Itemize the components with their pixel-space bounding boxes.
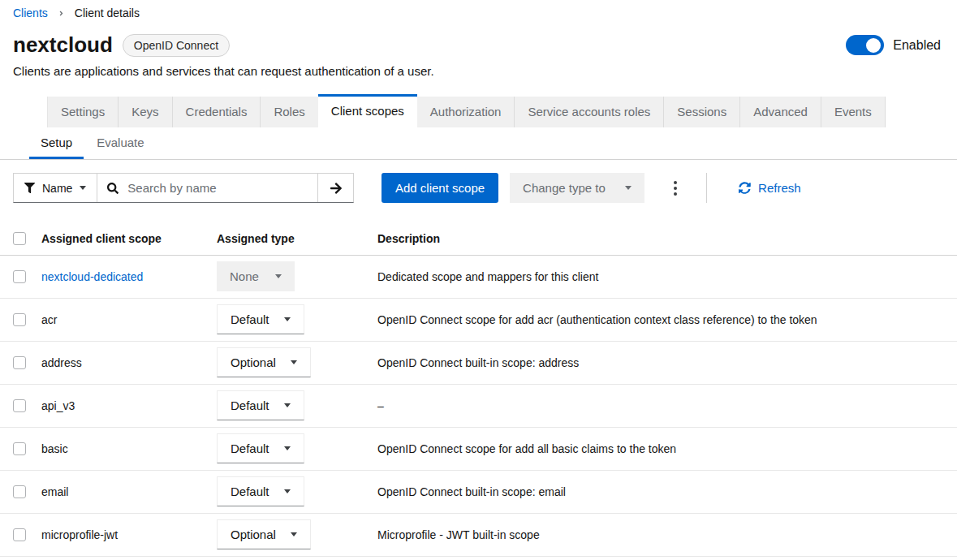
caret-down-icon	[625, 186, 632, 190]
caret-down-icon	[284, 403, 291, 407]
tab-settings[interactable]: Settings	[47, 97, 119, 127]
row-checkbox[interactable]	[13, 485, 26, 498]
assigned-type-select[interactable]: Default	[217, 304, 304, 334]
caret-down-icon	[275, 274, 282, 278]
page-title: nextcloud	[13, 32, 113, 58]
subtab-evaluate[interactable]: Evaluate	[85, 127, 155, 159]
breadcrumb-clients-link[interactable]: Clients	[13, 6, 48, 19]
assigned-type-select[interactable]: Default	[217, 433, 304, 463]
assigned-type-value: None	[230, 269, 259, 283]
breadcrumb: Clients Client details	[0, 0, 957, 23]
assigned-type-select[interactable]: Default	[217, 476, 304, 506]
caret-down-icon	[291, 360, 297, 364]
tab-advanced[interactable]: Advanced	[740, 97, 821, 127]
row-checkbox[interactable]	[13, 313, 26, 326]
search-group: Name	[13, 173, 354, 203]
table-row: address Optional OpenID Connect built-in…	[0, 341, 957, 384]
client-scopes-table: Assigned client scope Assigned type Desc…	[0, 222, 957, 557]
breadcrumb-current: Client details	[75, 6, 140, 19]
kebab-icon	[674, 181, 677, 184]
scope-description: –	[377, 384, 957, 427]
chevron-right-icon	[58, 10, 65, 17]
scope-name: microprofile-jwt	[41, 513, 217, 556]
column-assigned-type: Assigned type	[217, 222, 377, 255]
filter-type-label: Name	[42, 182, 72, 195]
search-icon	[107, 183, 119, 194]
assigned-type-value: Default	[231, 398, 269, 412]
assigned-type-value: Default	[231, 485, 269, 498]
add-client-scope-button[interactable]: Add client scope	[382, 173, 498, 203]
arrow-right-icon	[330, 182, 343, 195]
assigned-type-value: Optional	[231, 528, 276, 541]
assigned-type-value: Optional	[231, 355, 276, 369]
scope-description: OpenID Connect scope for add acr (authen…	[377, 298, 957, 341]
scope-name: basic	[41, 427, 217, 470]
caret-down-icon	[284, 446, 291, 450]
filter-type-select[interactable]: Name	[14, 174, 97, 202]
row-checkbox[interactable]	[13, 270, 26, 283]
column-assigned-client-scope: Assigned client scope	[41, 222, 217, 255]
scope-name: acr	[41, 298, 217, 341]
scope-name-link[interactable]: nextcloud-dedicated	[41, 270, 143, 283]
filter-icon	[24, 183, 35, 193]
table-row: email Default OpenID Connect built-in sc…	[0, 470, 957, 513]
scope-description: Microprofile - JWT built-in scope	[377, 513, 957, 556]
tab-client-scopes[interactable]: Client scopes	[318, 94, 417, 127]
row-checkbox[interactable]	[13, 442, 26, 455]
refresh-label: Refresh	[758, 181, 801, 195]
row-checkbox[interactable]	[13, 399, 26, 412]
assigned-type-select[interactable]: Default	[217, 390, 304, 420]
client-tabs: Settings Keys Credentials Roles Client s…	[0, 94, 957, 127]
column-description: Description	[377, 222, 957, 255]
subtab-setup[interactable]: Setup	[29, 127, 84, 159]
table-header-row: Assigned client scope Assigned type Desc…	[0, 222, 957, 255]
scope-description: OpenID Connect scope for add all basic c…	[377, 427, 957, 470]
tab-credentials[interactable]: Credentials	[173, 97, 261, 127]
enabled-label: Enabled	[893, 38, 941, 53]
caret-down-icon	[291, 532, 297, 536]
protocol-badge: OpenID Connect	[123, 34, 230, 57]
change-type-label: Change type to	[523, 181, 606, 195]
assigned-type-value: Default	[231, 442, 269, 455]
table-row: basic Default OpenID Connect scope for a…	[0, 427, 957, 470]
assigned-type-select[interactable]: Optional	[217, 347, 311, 377]
table-row: acr Default OpenID Connect scope for add…	[0, 298, 957, 341]
assigned-type-value: Default	[231, 312, 269, 326]
search-submit-button[interactable]	[317, 174, 353, 202]
toggle-knob	[866, 38, 881, 53]
scope-description: OpenID Connect built-in scope: email	[377, 470, 957, 513]
caret-down-icon	[284, 489, 291, 493]
caret-down-icon	[80, 186, 86, 190]
select-all-checkbox[interactable]	[13, 232, 26, 245]
assigned-type-select[interactable]: None	[217, 261, 295, 291]
scope-name: address	[41, 341, 217, 384]
toolbar: Name Add client scope Change type to Ref…	[0, 160, 957, 222]
page-description: Clients are applications and services th…	[0, 58, 957, 88]
tab-service-accounts-roles[interactable]: Service accounts roles	[515, 97, 664, 127]
tab-events[interactable]: Events	[821, 97, 886, 127]
tab-roles[interactable]: Roles	[261, 97, 317, 127]
refresh-button[interactable]: Refresh	[734, 180, 806, 196]
search-input[interactable]	[126, 180, 308, 196]
page-header: nextcloud OpenID Connect Enabled	[0, 23, 957, 58]
tab-authorization[interactable]: Authorization	[417, 97, 515, 127]
table-row: nextcloud-dedicated None Dedicated scope…	[0, 255, 957, 298]
assigned-type-select[interactable]: Optional	[217, 519, 311, 549]
scope-name: email	[41, 470, 217, 513]
table-row: api_v3 Default –	[0, 384, 957, 427]
enabled-toggle[interactable]	[846, 35, 884, 55]
refresh-icon	[739, 182, 751, 194]
tab-sessions[interactable]: Sessions	[664, 97, 740, 127]
tab-keys[interactable]: Keys	[119, 97, 172, 127]
row-checkbox[interactable]	[13, 528, 26, 541]
scope-description: OpenID Connect built-in scope: address	[377, 341, 957, 384]
scope-name: api_v3	[41, 384, 217, 427]
toolbar-divider	[706, 173, 707, 203]
change-type-select[interactable]: Change type to	[510, 173, 644, 203]
scope-description: Dedicated scope and mappers for this cli…	[377, 255, 957, 298]
row-checkbox[interactable]	[13, 356, 26, 369]
kebab-menu-button[interactable]	[667, 174, 683, 203]
search-box	[97, 174, 317, 202]
caret-down-icon	[284, 317, 291, 321]
client-scopes-subtabs: Setup Evaluate	[0, 127, 957, 160]
